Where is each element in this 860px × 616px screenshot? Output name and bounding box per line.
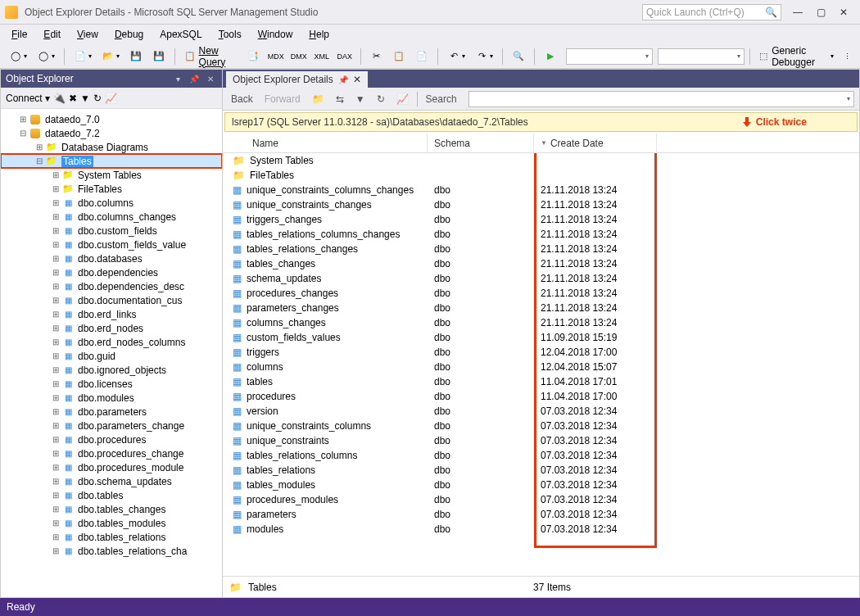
tree-node-table[interactable]: ⊞dbo.erd_links (1, 307, 222, 321)
tree-node-table[interactable]: ⊞dbo.columns_changes (1, 210, 222, 224)
list-row-table[interactable]: ▦tables_changesdbo21.11.2018 13:24 (223, 256, 859, 271)
menu-edit[interactable]: Edit (37, 26, 67, 43)
tree-node-file-tables[interactable]: ⊞FileTables (1, 182, 222, 196)
list-row-table[interactable]: ▦modulesdbo07.03.2018 12:34 (223, 522, 859, 537)
list-row-table[interactable]: ▦triggers_changesdbo21.11.2018 13:24 (223, 212, 859, 227)
de-query-button[interactable]: 📑 (242, 48, 264, 66)
close-button[interactable]: ✕ (832, 3, 855, 21)
panel-close-button[interactable]: ✕ (204, 72, 217, 85)
cut-button[interactable]: ✂ (365, 48, 387, 66)
tree-node-table[interactable]: ⊞dbo.tables_changes (1, 502, 222, 516)
list-row-table[interactable]: ▦unique_constraints_columnsdbo07.03.2018… (223, 419, 859, 433)
list-row-table[interactable]: ▦parametersdbo07.03.2018 12:34 (223, 507, 859, 522)
list-row-table[interactable]: ▦schema_updatesdbo21.11.2018 13:24 (223, 271, 859, 286)
tree-node-table[interactable]: ⊞dbo.columns (1, 196, 222, 210)
expand-icon[interactable]: ⊞ (50, 296, 61, 305)
list-row-table[interactable]: ▦procedures_changesdbo21.11.2018 13:24 (223, 286, 859, 301)
expand-icon[interactable]: ⊞ (50, 212, 61, 221)
expand-icon[interactable]: ⊞ (50, 477, 61, 486)
expand-icon[interactable]: ⊞ (34, 143, 45, 152)
maximize-button[interactable]: ▢ (809, 3, 832, 21)
list-row-table[interactable]: ▦procedures_modulesdbo07.03.2018 12:34 (223, 492, 859, 507)
activity-icon[interactable]: 📈 (105, 93, 117, 104)
tree-node-table[interactable]: ⊞dbo.dependencies_desc (1, 279, 222, 293)
expand-icon[interactable]: ⊞ (50, 546, 61, 555)
list-row-table[interactable]: ▦columnsdbo12.04.2018 15:07 (223, 360, 859, 374)
menu-window[interactable]: Window (251, 26, 300, 43)
expand-icon[interactable]: ⊞ (50, 282, 61, 291)
sync-icon[interactable]: ⇆ (333, 91, 347, 107)
menu-help[interactable]: Help (302, 26, 336, 43)
list-row-table[interactable]: ▦unique_constraintsdbo07.03.2018 12:34 (223, 433, 859, 448)
mdx-button[interactable]: MDX (265, 48, 287, 66)
xmla-button[interactable]: XML (311, 48, 333, 66)
tree-node-system-tables[interactable]: ⊞System Tables (1, 168, 222, 182)
activity-icon[interactable]: 📈 (393, 91, 412, 107)
nav-back-button[interactable]: ◯▾ (5, 48, 31, 66)
tree-node-table[interactable]: ⊞dbo.guid (1, 349, 222, 363)
list-row-table[interactable]: ▦proceduresdbo11.04.2018 17:00 (223, 389, 859, 404)
tree-node-table[interactable]: ⊞dbo.procedures (1, 433, 222, 446)
open-button[interactable]: 📂▾ (97, 48, 124, 66)
expand-icon[interactable]: ⊞ (50, 435, 61, 444)
tree-node-table[interactable]: ⊞dbo.erd_nodes (1, 321, 222, 335)
debugger-combo[interactable]: ⬚Generic Debugger▾ (755, 48, 838, 66)
list-row-table[interactable]: ▦triggersdbo12.04.2018 17:00 (223, 345, 859, 360)
customize-toolbar-button[interactable]: ⋮ (840, 48, 855, 66)
copy-button[interactable]: 📋 (388, 48, 410, 66)
list-row-table[interactable]: ▦unique_constraints_changesdbo21.11.2018… (223, 197, 859, 212)
tree-node-table[interactable]: ⊞dbo.ignored_objects (1, 363, 222, 377)
tree-node-table[interactable]: ⊞dbo.tables_relations_cha (1, 544, 222, 558)
expand-icon[interactable]: ⊞ (50, 532, 61, 541)
dmx-button[interactable]: DMX (288, 48, 310, 66)
quick-launch-input[interactable]: Quick Launch (Ctrl+Q) 🔍 (642, 4, 781, 20)
tree-node-table[interactable]: ⊞dbo.custom_fields (1, 224, 222, 238)
expand-icon[interactable]: ⊞ (50, 421, 61, 430)
expand-icon[interactable]: ⊞ (50, 254, 61, 263)
tree-node-db1[interactable]: ⊞dataedo_7.0 (1, 112, 222, 126)
list-row-folder[interactable]: 📁System Tables (223, 153, 859, 168)
expand-icon[interactable]: ⊞ (50, 198, 61, 207)
start-debug-button[interactable]: ▶ (540, 48, 561, 66)
expand-icon[interactable]: ⊞ (50, 407, 61, 416)
tree-node-table[interactable]: ⊞dbo.tables (1, 488, 222, 502)
expand-icon[interactable]: ⊞ (50, 463, 61, 472)
list-row-table[interactable]: ▦columns_changesdbo21.11.2018 13:24 (223, 315, 859, 330)
tree-node-table[interactable]: ⊞dbo.parameters (1, 405, 222, 419)
expand-icon[interactable]: ⊞ (50, 519, 61, 528)
menu-file[interactable]: File (5, 26, 34, 43)
expand-icon[interactable]: ⊞ (50, 268, 61, 277)
tree-node-table[interactable]: ⊞dbo.documentation_cus (1, 293, 222, 307)
tree-node-table[interactable]: ⊞dbo.licenses (1, 377, 222, 391)
tree-node-table[interactable]: ⊞dbo.custom_fields_value (1, 238, 222, 251)
list-row-table[interactable]: ▦versiondbo07.03.2018 12:34 (223, 404, 859, 419)
tree-node-db2[interactable]: ⊟dataedo_7.2 (1, 126, 222, 140)
refresh-icon[interactable]: ↻ (373, 91, 388, 107)
list-row-folder[interactable]: 📁FileTables (223, 168, 859, 183)
tree-node-table[interactable]: ⊞dbo.tables_relations (1, 530, 222, 544)
expand-icon[interactable]: ⊞ (50, 351, 61, 360)
minimize-button[interactable]: — (786, 3, 809, 21)
disconnect-icon[interactable]: 🔌 (53, 93, 66, 104)
new-query-button[interactable]: 📋New Query (180, 48, 241, 66)
list-row-table[interactable]: ▦custom_fields_valuesdbo11.09.2018 15:19 (223, 330, 859, 345)
redo-button[interactable]: ↷▾ (471, 48, 497, 66)
expand-icon[interactable]: ⊞ (50, 365, 61, 374)
tree-node-table[interactable]: ⊞dbo.modules (1, 391, 222, 405)
menu-apexsql[interactable]: ApexSQL (153, 26, 208, 43)
list-row-table[interactable]: ▦parameters_changesdbo21.11.2018 13:24 (223, 301, 859, 315)
save-all-button[interactable]: 💾 (148, 48, 170, 66)
tree-node-table[interactable]: ⊞dbo.dependencies (1, 265, 222, 279)
menu-tools[interactable]: Tools (212, 26, 248, 43)
column-header-schema[interactable]: Schema (428, 134, 534, 152)
paste-button[interactable]: 📄 (411, 48, 432, 66)
back-button[interactable]: Back (228, 91, 256, 107)
expand-icon[interactable]: ⊞ (50, 505, 61, 514)
forward-button[interactable]: Forward (261, 91, 304, 107)
dax-button[interactable]: DAX (334, 48, 355, 66)
expand-icon[interactable]: ⊞ (50, 310, 61, 319)
expand-icon[interactable]: ⊞ (50, 240, 61, 249)
menu-view[interactable]: View (70, 26, 105, 43)
column-header-create-date[interactable]: ▼Create Date (534, 134, 657, 152)
expand-icon[interactable]: ⊞ (50, 393, 61, 402)
